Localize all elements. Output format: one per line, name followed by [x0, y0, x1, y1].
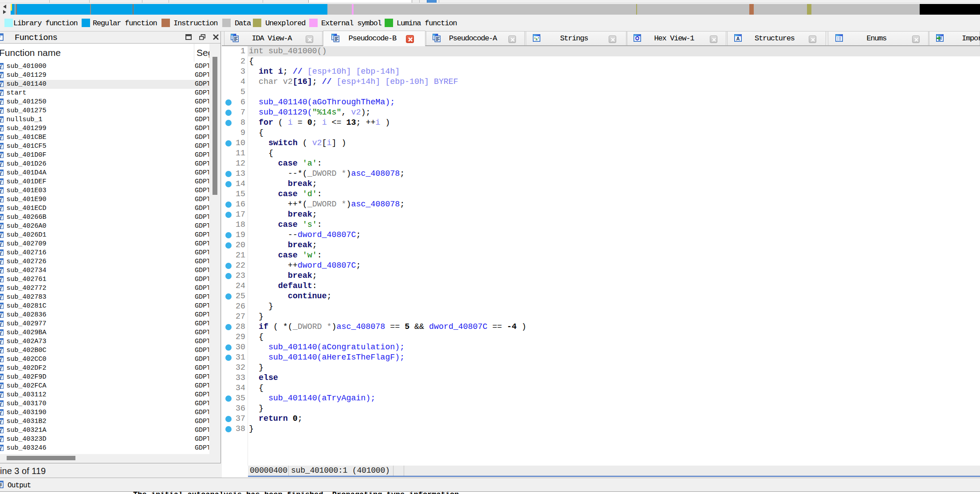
svg-text:‘s’: ‘s’ — [534, 36, 539, 41]
svg-text:A: A — [736, 36, 740, 41]
